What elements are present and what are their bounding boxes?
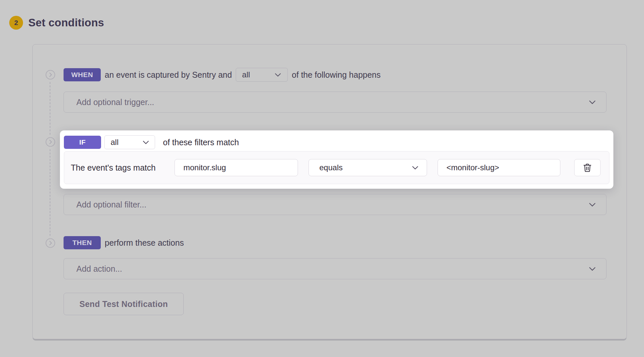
filter-label: The event's tags match (71, 163, 174, 173)
page-title: Set conditions (28, 16, 104, 29)
when-node-chevron-circle-icon (45, 70, 55, 80)
when-match-select[interactable]: all (236, 68, 288, 82)
if-node-chevron-circle-icon (45, 137, 55, 147)
filter-match-select[interactable]: equals (309, 159, 427, 176)
filter-value-input[interactable] (438, 159, 560, 176)
when-text-after: of the following happens (292, 70, 381, 80)
if-text-after: of these filters match (163, 138, 239, 147)
if-match-select-value: all (111, 138, 119, 147)
connector-line (50, 149, 50, 236)
add-action-select[interactable]: Add action... (64, 258, 606, 279)
when-row: WHEN an event is captured by Sentry and … (64, 68, 381, 82)
if-condition-card: IF all of these filters match The event'… (60, 130, 613, 189)
add-filter-placeholder: Add optional filter... (76, 200, 147, 209)
connector-line (50, 82, 50, 135)
when-match-select-value: all (242, 70, 250, 79)
delete-filter-button[interactable] (574, 159, 601, 176)
chevron-down-icon (588, 200, 597, 209)
add-filter-select[interactable]: Add optional filter... (64, 194, 606, 215)
then-text-after: perform these actions (105, 238, 184, 248)
add-trigger-placeholder: Add optional trigger... (76, 97, 154, 107)
if-badge: IF (64, 136, 101, 149)
if-match-select[interactable]: all (104, 135, 155, 149)
if-row: IF all of these filters match (64, 135, 239, 149)
chevron-down-icon (142, 138, 150, 147)
chevron-down-icon (411, 163, 419, 172)
when-text-before: an event is captured by Sentry and (105, 70, 232, 80)
when-badge: WHEN (64, 68, 101, 81)
step-number-badge: 2 (9, 16, 23, 30)
chevron-down-icon (588, 97, 597, 107)
then-node-chevron-circle-icon (45, 238, 55, 248)
chevron-down-icon (274, 70, 282, 79)
chevron-down-icon (588, 264, 597, 273)
then-row: THEN perform these actions (64, 235, 184, 250)
tag-filter-row: The event's tags match equals (64, 151, 609, 184)
add-trigger-select[interactable]: Add optional trigger... (64, 92, 606, 113)
then-badge: THEN (64, 236, 101, 249)
filter-match-select-value: equals (319, 163, 343, 172)
page-header: 2 Set conditions (9, 16, 104, 30)
trash-icon (582, 163, 592, 173)
filter-key-input[interactable] (174, 159, 298, 176)
add-action-placeholder: Add action... (76, 264, 122, 274)
conditions-panel: WHEN an event is captured by Sentry and … (32, 44, 627, 339)
send-test-notification-button[interactable]: Send Test Notification (64, 293, 184, 315)
